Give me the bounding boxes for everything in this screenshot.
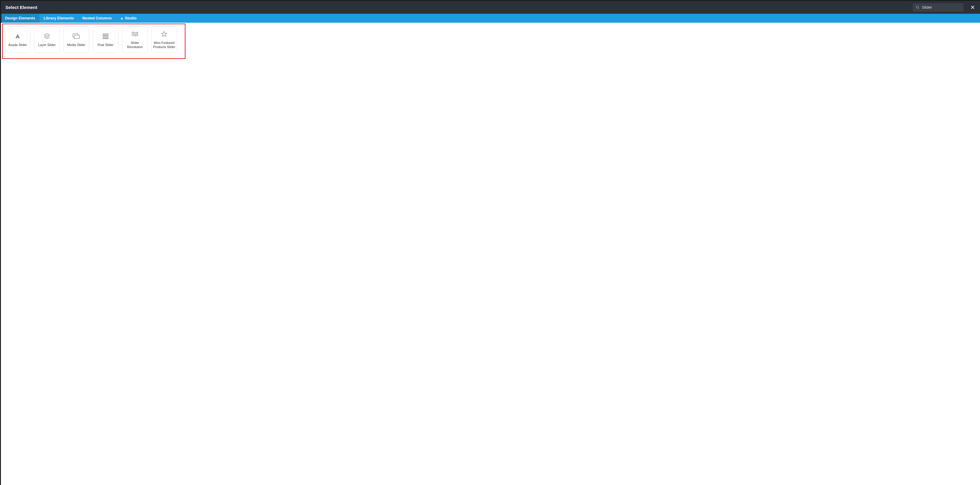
element-avada-slider[interactable]: Avada Slider: [5, 27, 30, 53]
tab-label: Library Elements: [44, 16, 74, 20]
element-label: Layer Slider: [38, 43, 56, 47]
tab-bar: Design Elements Library Elements Nested …: [1, 14, 468, 23]
tab-label: Nested Columns: [82, 16, 112, 20]
media-icon: [72, 32, 80, 40]
tab-library-elements[interactable]: Library Elements: [40, 14, 78, 23]
lines-icon: [102, 32, 110, 40]
layers-icon: [43, 32, 51, 40]
svg-marker-11: [161, 32, 167, 36]
element-layer-slider[interactable]: Layer Slider: [34, 27, 60, 53]
element-post-slider[interactable]: Post Slider: [93, 27, 118, 53]
element-woo-featured-products-slider[interactable]: Woo Featured Products Slider: [151, 27, 177, 53]
element-slider-revolution[interactable]: Slider Revolution: [122, 27, 148, 53]
element-label: Media Slider: [67, 43, 85, 47]
star-icon: [160, 30, 168, 38]
avada-slider-icon: [14, 32, 22, 40]
element-label: Avada Slider: [8, 43, 27, 47]
avada-logo-icon: [120, 17, 124, 20]
element-media-slider[interactable]: Media Slider: [64, 27, 89, 53]
modal-title: Select Element: [5, 5, 37, 10]
svg-rect-6: [75, 35, 80, 38]
tab-studio[interactable]: Studio: [116, 14, 141, 23]
tab-label: Design Elements: [5, 16, 35, 20]
select-element-modal: Select Element Design Elements Libra: [1, 1, 468, 231]
element-label: Post Slider: [97, 43, 113, 47]
tab-nested-columns[interactable]: Nested Columns: [78, 14, 116, 23]
modal-header: Select Element: [1, 1, 468, 14]
tab-label: Studio: [125, 16, 137, 20]
waves-icon: [131, 30, 139, 38]
element-label: Slider Revolution: [124, 41, 146, 49]
content-area: Avada Slider Layer Slider: [1, 23, 468, 231]
tab-design-elements[interactable]: Design Elements: [1, 14, 40, 23]
element-grid: Avada Slider Layer Slider: [1, 23, 468, 57]
element-label: Woo Featured Products Slider: [153, 41, 175, 49]
svg-marker-4: [44, 33, 49, 36]
